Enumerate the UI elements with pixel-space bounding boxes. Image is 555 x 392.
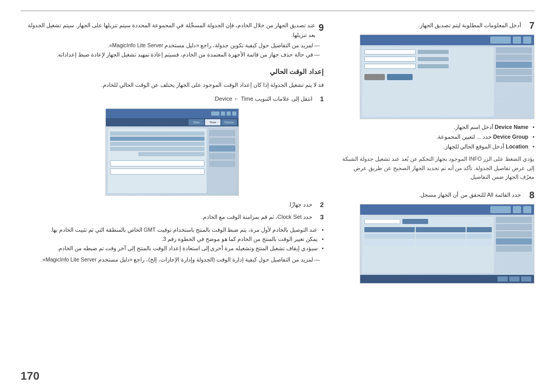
rss-ok-btn bbox=[387, 74, 413, 80]
ss-row-2 bbox=[110, 137, 205, 141]
ss-row-1 bbox=[110, 132, 205, 136]
rss-icon2 bbox=[513, 36, 521, 44]
ss-si-2 bbox=[209, 138, 235, 144]
rss-label2 bbox=[418, 57, 449, 61]
screenshot-1-inner: Device Time View bbox=[106, 109, 238, 195]
ss-form-row2 bbox=[110, 169, 205, 175]
rssl2-4 bbox=[496, 238, 532, 245]
ss-tb-btn3 bbox=[221, 111, 225, 116]
term-device-name: Device Name bbox=[495, 124, 528, 130]
right-ss-body-2 bbox=[360, 215, 534, 275]
page-number: 170 bbox=[21, 369, 40, 383]
ss-tb-btn1 bbox=[232, 111, 236, 116]
rss2-th2 bbox=[416, 227, 466, 232]
ss-form-row1 bbox=[110, 160, 205, 166]
step-1-text: انتقل إلى علامات التبويب Device ← Time. bbox=[213, 94, 312, 104]
rss-input1 bbox=[364, 49, 416, 54]
step-8-text: حدد القائمة All للتحقق من أن الجهاز مسجل… bbox=[339, 190, 521, 200]
rss2-th1 bbox=[467, 227, 492, 232]
ss-row-5 bbox=[138, 152, 205, 156]
rss-form-row3 bbox=[364, 64, 492, 69]
top-border bbox=[21, 10, 534, 11]
step-2-text: حدد جهازًا. bbox=[288, 200, 312, 210]
right-ss-bottom-bar bbox=[360, 275, 534, 283]
step-8-block: 8 حدد القائمة All للتحقق من أن الجهاز مس… bbox=[339, 190, 534, 284]
ss-si-5 bbox=[209, 161, 235, 167]
step-9-text: عند تصديق الجهاز من خلال الخادم، فإن الج… bbox=[21, 21, 316, 40]
ss-sidebar bbox=[208, 128, 236, 193]
section-heading: إعداد الوقت الحالي bbox=[21, 67, 324, 78]
step-9-number: 9 bbox=[319, 21, 324, 35]
rssl2-3 bbox=[496, 231, 532, 237]
ss-main-content bbox=[108, 128, 207, 178]
rss-icon3 bbox=[490, 36, 511, 44]
rss2-tr2 bbox=[364, 240, 492, 246]
ss-tab-2: View bbox=[189, 119, 204, 125]
section-desc: قد لا يتم تشغيل الجدولة إذا كان إعداد ال… bbox=[21, 80, 324, 90]
rss-input3 bbox=[364, 64, 416, 69]
right-ss-right-1 bbox=[362, 47, 494, 117]
screenshot-1: Device Time View bbox=[105, 108, 239, 196]
ss-si-4 bbox=[209, 153, 235, 159]
rss2-td1 bbox=[467, 234, 492, 239]
right-screenshot-1 bbox=[360, 34, 534, 119]
right-ss-inner-1 bbox=[360, 35, 534, 119]
bullet-item-2: يمكن تغيير الوقت بالمنتج من الخادم كما ه… bbox=[21, 235, 324, 244]
rss-form-row2 bbox=[364, 57, 492, 62]
ss-si-1 bbox=[209, 130, 235, 136]
rss-icon1 bbox=[523, 36, 531, 44]
right-bullet-1: Device Name أدخل اسم الجهاز. bbox=[339, 122, 534, 132]
rss2-td4 bbox=[467, 240, 492, 246]
right-ss-left-2 bbox=[496, 217, 532, 273]
rssl-1 bbox=[496, 47, 532, 53]
rssl-2 bbox=[496, 54, 532, 61]
rssl-4 bbox=[496, 69, 532, 75]
rss2-filter-btn bbox=[402, 219, 428, 224]
ss-si-3 bbox=[209, 145, 235, 152]
ss-toolbar bbox=[106, 109, 238, 118]
term-device-group: Device Group bbox=[493, 134, 528, 140]
rss2-td6 bbox=[364, 240, 415, 246]
step-7-header: 7 أدخل المعلومات المطلوبة ليتم تصديق الج… bbox=[339, 21, 534, 31]
dash-3: لمزيد من التفاصيل حول كيفية إدارة الوقت … bbox=[21, 255, 324, 265]
step-7-block: 7 أدخل المعلومات المطلوبة ليتم تصديق الج… bbox=[339, 21, 534, 182]
rssl-5 bbox=[496, 76, 532, 82]
right-screenshot-2 bbox=[360, 204, 534, 284]
step-1-number: 1 bbox=[316, 94, 324, 105]
step-8-header: 8 حدد القائمة All للتحقق من أن الجهاز مس… bbox=[339, 190, 534, 201]
ss-row-4 bbox=[110, 147, 205, 151]
rss-input2 bbox=[364, 57, 416, 62]
right-bullet-3: Location أدخل الموقع الحالي للجهاز. bbox=[339, 142, 534, 152]
ss-tab-time: Time bbox=[205, 119, 220, 125]
rss2-table bbox=[364, 227, 492, 246]
step-2-block: 2 حدد جهازًا. bbox=[21, 200, 324, 211]
step-3-number: 3 bbox=[316, 212, 324, 223]
rssl2-1 bbox=[496, 217, 532, 223]
rss2-search-input bbox=[364, 219, 400, 224]
step-3-text: حدد Clock Set، ثم قم بمزامنة الوقت مع ال… bbox=[201, 212, 312, 222]
right-ss-left-1 bbox=[496, 47, 532, 117]
rss2-td2 bbox=[416, 234, 466, 239]
right-column: 7 أدخل المعلومات المطلوبة ليتم تصديق الج… bbox=[339, 21, 534, 361]
step-9-dash2: في حالة حذف جهاز من قائمة الأجهزة المعتم… bbox=[21, 50, 324, 60]
rss-label3 bbox=[418, 64, 449, 68]
ss-tab-1: Device bbox=[221, 119, 237, 125]
ss-main bbox=[108, 128, 207, 193]
desc-device-name: أدخل اسم الجهاز. bbox=[454, 124, 493, 130]
rss2-td5 bbox=[416, 240, 466, 246]
rss2-icon1 bbox=[523, 206, 531, 213]
info-text: يؤدي الضغط على الزر INFO الموجود بجهاز ا… bbox=[339, 155, 534, 182]
desc-device-group: حدد ... لتعيين المجموعة. bbox=[436, 134, 491, 140]
ss-row-3 bbox=[110, 142, 205, 146]
rss2-td3 bbox=[364, 234, 415, 239]
bullet-item-3: سيؤدي إيقاف تشغيل المنتج وتشغيله مرة أخر… bbox=[21, 244, 324, 253]
step-9-dash1: لمزيد من التفاصيل حول كيفية تكوين جدولة،… bbox=[21, 41, 324, 50]
desc-location: أدخل الموقع الحالي للجهاز. bbox=[443, 143, 505, 150]
right-ss-right-2 bbox=[362, 217, 494, 273]
ss-tb-btn2 bbox=[227, 111, 231, 116]
right-ss-toolbar-1 bbox=[360, 35, 534, 45]
rss2-icon3 bbox=[490, 206, 511, 213]
step-1-block: 1 انتقل إلى علامات التبويب Device ← Time… bbox=[21, 94, 324, 105]
rss2-bb2 bbox=[509, 276, 520, 282]
rssl2-2 bbox=[496, 224, 532, 230]
